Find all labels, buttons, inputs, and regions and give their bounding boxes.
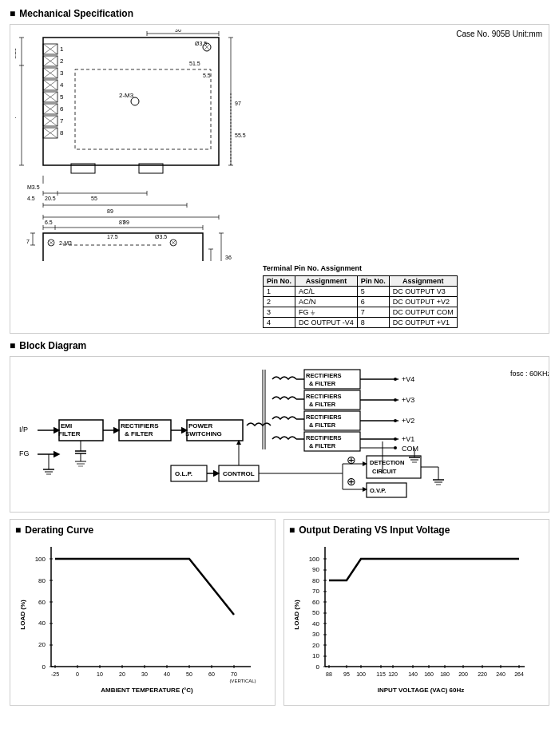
svg-text:& FILTER: & FILTER bbox=[309, 380, 336, 387]
terminal-title: Terminal Pin No. Assignment bbox=[263, 264, 458, 272]
table-row: 3FG ⏚7DC OUTPUT COM bbox=[264, 307, 458, 318]
svg-text:87: 87 bbox=[119, 220, 125, 225]
svg-text:40: 40 bbox=[38, 619, 46, 627]
svg-text:36: 36 bbox=[225, 255, 232, 260]
svg-text:⊕: ⊕ bbox=[347, 453, 356, 466]
svg-text:6: 6 bbox=[60, 105, 64, 113]
svg-text:AMBIENT TEMPERATURE (°C): AMBIENT TEMPERATURE (°C) bbox=[101, 687, 193, 694]
svg-text:FILTER: FILTER bbox=[58, 430, 81, 437]
svg-text:8.25: 8.25 bbox=[15, 48, 17, 59]
svg-text:INPUT VOLTAGE (VAC) 60Hz: INPUT VOLTAGE (VAC) 60Hz bbox=[378, 687, 464, 694]
mounting-holes-left bbox=[43, 44, 57, 138]
svg-text:20: 20 bbox=[38, 641, 46, 648]
table-cell: 2 bbox=[264, 297, 295, 307]
svg-text:20: 20 bbox=[119, 671, 125, 677]
svg-text:55.5: 55.5 bbox=[235, 133, 246, 138]
fg-label: FG bbox=[19, 449, 30, 457]
svg-rect-38 bbox=[75, 69, 211, 149]
svg-text:Ø3.5: Ø3.5 bbox=[195, 41, 207, 46]
col-pin-no-2: Pin No. bbox=[357, 276, 389, 287]
terminal-section: Terminal Pin No. Assignment Pin No. Assi… bbox=[263, 264, 458, 328]
svg-text:Ø3.5: Ø3.5 bbox=[155, 234, 167, 239]
svg-text:RECTIFIERS: RECTIFIERS bbox=[306, 372, 342, 379]
svg-text:EMI: EMI bbox=[61, 422, 72, 429]
table-row: 4DC OUTPUT -V48DC OUTPUT +V1 bbox=[264, 318, 458, 328]
table-cell: DC OUTPUT -V4 bbox=[295, 318, 358, 328]
svg-text:97: 97 bbox=[235, 101, 241, 106]
table-cell: DC OUTPUT +V2 bbox=[389, 297, 457, 307]
svg-text:36: 36 bbox=[175, 30, 181, 33]
svg-text:90: 90 bbox=[312, 566, 319, 573]
derating-chart-area: Derating Curve 0 20 40 60 80 100 bbox=[10, 519, 276, 706]
derating-title: Derating Curve bbox=[15, 524, 270, 536]
svg-rect-79 bbox=[43, 233, 203, 261]
svg-text:8: 8 bbox=[60, 129, 64, 137]
svg-point-155 bbox=[394, 378, 397, 381]
table-cell: 4 bbox=[264, 318, 295, 328]
svg-text:10: 10 bbox=[97, 671, 103, 677]
svg-text:0: 0 bbox=[316, 663, 320, 671]
table-cell: DC OUTPUT +V1 bbox=[389, 318, 457, 328]
svg-text:7: 7 bbox=[60, 117, 64, 125]
svg-text:200: 200 bbox=[458, 671, 468, 677]
svg-text:RECTIFIERS: RECTIFIERS bbox=[306, 393, 342, 400]
svg-text:& FILTER: & FILTER bbox=[309, 442, 336, 449]
output-derating-chart-area: Output Derating VS Input Voltage 0 10 20… bbox=[283, 519, 549, 706]
svg-text:100: 100 bbox=[356, 671, 366, 677]
svg-text:4.5: 4.5 bbox=[27, 196, 35, 201]
svg-text:70: 70 bbox=[231, 671, 237, 677]
table-row: 1AC/L5DC OUTPUT V3 bbox=[264, 287, 458, 297]
svg-text:20: 20 bbox=[312, 642, 319, 649]
terminal-table: Pin No. Assignment Pin No. Assignment 1A… bbox=[263, 275, 458, 328]
svg-text:RECTIFIERS: RECTIFIERS bbox=[306, 434, 342, 441]
svg-text:264: 264 bbox=[514, 671, 524, 677]
svg-text:30: 30 bbox=[312, 631, 319, 638]
svg-text:DETECTION: DETECTION bbox=[370, 459, 404, 466]
svg-text:40: 40 bbox=[312, 620, 319, 627]
table-cell: DC OUTPUT COM bbox=[389, 307, 457, 318]
table-row: 2AC/N6DC OUTPUT +V2 bbox=[264, 297, 458, 307]
svg-text:2-M3: 2-M3 bbox=[119, 92, 134, 99]
svg-text:140: 140 bbox=[408, 671, 418, 677]
svg-text:240: 240 bbox=[496, 671, 505, 677]
svg-text:60: 60 bbox=[38, 599, 46, 606]
svg-text:50: 50 bbox=[312, 609, 319, 616]
svg-text:LOAD (%): LOAD (%) bbox=[19, 600, 26, 630]
table-cell: 5 bbox=[357, 287, 389, 297]
svg-text:+V4: +V4 bbox=[402, 375, 414, 383]
derating-curve-svg: 0 20 40 60 80 100 -25 0 10 20 30 40 bbox=[15, 539, 259, 699]
block-diagram-svg: fosc : 60KHz I/P FG EMI FILTER bbox=[15, 362, 549, 505]
svg-text:0: 0 bbox=[76, 671, 79, 677]
svg-text:100: 100 bbox=[309, 556, 320, 563]
svg-text:51.5: 51.5 bbox=[189, 61, 200, 66]
svg-text:160: 160 bbox=[424, 671, 434, 677]
svg-text:17.5: 17.5 bbox=[107, 234, 118, 239]
svg-text:RECTIFIERS: RECTIFIERS bbox=[121, 422, 159, 429]
svg-text:+V3: +V3 bbox=[402, 396, 414, 404]
svg-text:40: 40 bbox=[164, 671, 170, 677]
svg-text:SWITCHING: SWITCHING bbox=[185, 430, 222, 437]
svg-text:2: 2 bbox=[60, 57, 64, 65]
svg-text:220: 220 bbox=[478, 671, 487, 677]
svg-text:& FILTER: & FILTER bbox=[125, 430, 153, 437]
svg-text:1: 1 bbox=[60, 46, 64, 53]
svg-text:60: 60 bbox=[208, 671, 215, 677]
svg-text:89: 89 bbox=[107, 208, 113, 214]
svg-text:CIRCUIT: CIRCUIT bbox=[372, 468, 397, 475]
svg-text:120: 120 bbox=[388, 671, 398, 677]
svg-text:50: 50 bbox=[186, 671, 192, 677]
svg-text:10: 10 bbox=[312, 652, 319, 659]
table-cell: 1 bbox=[264, 287, 295, 297]
svg-point-161 bbox=[394, 398, 397, 402]
col-assignment-2: Assignment bbox=[389, 276, 457, 287]
svg-text:80: 80 bbox=[38, 577, 46, 584]
block-diagram-area: fosc : 60KHz I/P FG EMI FILTER bbox=[10, 356, 549, 513]
svg-point-173 bbox=[394, 437, 397, 441]
svg-text:O.V.P.: O.V.P. bbox=[370, 487, 386, 494]
table-cell: AC/N bbox=[295, 297, 358, 307]
case-info: Case No. 905B Unit:mm bbox=[456, 30, 542, 38]
svg-text:115: 115 bbox=[376, 671, 386, 677]
svg-text:4: 4 bbox=[60, 81, 64, 89]
svg-text:5.5: 5.5 bbox=[203, 73, 211, 78]
svg-text:80: 80 bbox=[312, 577, 319, 584]
